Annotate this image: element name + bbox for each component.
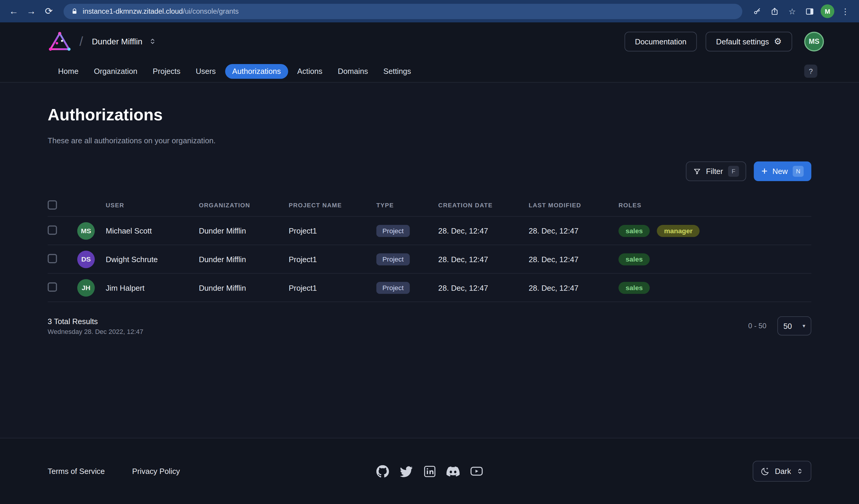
browser-avatar-letter: M bbox=[825, 7, 830, 15]
gear-icon: ⚙ bbox=[774, 36, 782, 46]
role-badge: sales bbox=[619, 282, 650, 294]
browser-menu-button[interactable]: ⋮ bbox=[837, 3, 853, 19]
main-content: Authorizations These are all authorizati… bbox=[0, 82, 859, 438]
page-size-select[interactable]: 50 ▾ bbox=[777, 316, 811, 335]
zitadel-logo[interactable] bbox=[48, 31, 72, 52]
theme-label: Dark bbox=[775, 467, 791, 475]
tab-organization[interactable]: Organization bbox=[88, 64, 144, 79]
column-type: TYPE bbox=[376, 202, 438, 208]
filter-shortcut-badge: F bbox=[728, 166, 739, 177]
table-row[interactable]: JH Jim Halpert Dunder Mifflin Project1 P… bbox=[48, 273, 811, 302]
side-panel-icon bbox=[805, 7, 814, 15]
back-arrow-icon: ← bbox=[9, 6, 18, 17]
row-checkbox[interactable] bbox=[48, 282, 57, 291]
discord-link[interactable] bbox=[447, 465, 459, 478]
url-text: instance1-dkmnzw.zitadel.cloud/ui/consol… bbox=[82, 7, 239, 15]
discord-icon bbox=[447, 464, 459, 478]
bookmark-button[interactable]: ☆ bbox=[784, 3, 800, 19]
page-title: Authorizations bbox=[48, 106, 811, 124]
url-domain: instance1-dkmnzw.zitadel.cloud bbox=[82, 7, 183, 15]
type-badge: Project bbox=[376, 282, 410, 294]
twitter-link[interactable] bbox=[400, 465, 412, 478]
browser-profile-avatar[interactable]: M bbox=[820, 4, 834, 18]
filter-funnel-icon bbox=[693, 167, 701, 175]
role-badge: sales bbox=[619, 225, 650, 237]
bookmark-star-icon: ☆ bbox=[788, 6, 796, 16]
plus-icon: + bbox=[762, 166, 767, 176]
results-timestamp: Wednesday 28. Dec 2022, 12:47 bbox=[48, 328, 144, 335]
filter-button[interactable]: Filter F bbox=[686, 161, 746, 181]
terms-link[interactable]: Terms of Service bbox=[48, 467, 105, 475]
default-settings-button[interactable]: Default settings ⚙ bbox=[706, 32, 792, 51]
row-checkbox[interactable] bbox=[48, 225, 57, 234]
user-avatar[interactable]: MS bbox=[804, 32, 824, 51]
tab-users[interactable]: Users bbox=[190, 64, 222, 79]
unfold-more-icon bbox=[796, 467, 804, 475]
org-separator: / bbox=[79, 34, 83, 49]
results-summary: 3 Total Results Wednesday 28. Dec 2022, … bbox=[48, 317, 144, 335]
new-shortcut-badge: N bbox=[793, 166, 804, 177]
nav-tabs: Home Organization Projects Users Authori… bbox=[0, 60, 859, 82]
cell-created: 28. Dec, 12:47 bbox=[438, 283, 528, 292]
github-link[interactable] bbox=[376, 465, 389, 478]
table-header-row: USER ORGANIZATION PROJECT NAME TYPE CREA… bbox=[48, 194, 811, 216]
user-name: Jim Halpert bbox=[106, 283, 145, 292]
share-button[interactable] bbox=[767, 3, 783, 19]
page-size-value: 50 bbox=[783, 321, 792, 330]
cell-project: Project1 bbox=[289, 255, 376, 263]
chevron-down-icon: ▾ bbox=[803, 323, 805, 329]
forward-arrow-icon: → bbox=[27, 6, 36, 17]
new-label: New bbox=[772, 167, 788, 175]
header-top: / Dunder Mifflin Documentation Default s… bbox=[0, 22, 859, 60]
app-header: / Dunder Mifflin Documentation Default s… bbox=[0, 22, 859, 82]
github-icon bbox=[376, 465, 389, 477]
privacy-link[interactable]: Privacy Policy bbox=[132, 467, 180, 475]
youtube-icon bbox=[470, 465, 483, 478]
row-checkbox[interactable] bbox=[48, 254, 57, 263]
cell-project: Project1 bbox=[289, 283, 376, 292]
tab-settings[interactable]: Settings bbox=[377, 64, 417, 79]
pagination: 0 - 50 50 ▾ bbox=[748, 316, 811, 335]
org-name: Dunder Mifflin bbox=[92, 37, 142, 46]
tab-authorizations[interactable]: Authorizations bbox=[225, 64, 288, 79]
share-icon bbox=[770, 7, 779, 15]
browser-reload-button[interactable]: ⟳ bbox=[41, 3, 57, 19]
linkedin-link[interactable] bbox=[423, 465, 436, 478]
cell-modified: 28. Dec, 12:47 bbox=[528, 226, 618, 235]
new-button[interactable]: + New N bbox=[754, 161, 811, 181]
table-row[interactable]: DS Dwight Schrute Dunder Mifflin Project… bbox=[48, 245, 811, 273]
cell-project: Project1 bbox=[289, 226, 376, 235]
address-bar[interactable]: instance1-dkmnzw.zitadel.cloud/ui/consol… bbox=[63, 3, 742, 19]
side-panel-button[interactable] bbox=[801, 3, 818, 19]
theme-toggle[interactable]: Dark bbox=[753, 461, 811, 482]
browser-back-button[interactable]: ← bbox=[5, 3, 22, 19]
browser-forward-button[interactable]: → bbox=[23, 3, 40, 19]
select-all-checkbox[interactable] bbox=[48, 200, 57, 209]
cell-created: 28. Dec, 12:47 bbox=[438, 226, 528, 235]
moon-icon bbox=[760, 467, 770, 476]
zitadel-logo-icon bbox=[48, 31, 72, 52]
org-switcher[interactable]: Dunder Mifflin bbox=[92, 37, 156, 46]
role-badge: manager bbox=[657, 225, 700, 237]
page-footer: Terms of Service Privacy Policy Dark bbox=[0, 438, 859, 504]
tab-home[interactable]: Home bbox=[52, 64, 85, 79]
help-button[interactable]: ? bbox=[804, 65, 817, 78]
user-avatar-initials: MS bbox=[809, 37, 819, 46]
table-row[interactable]: MS Michael Scott Dunder Mifflin Project1… bbox=[48, 216, 811, 245]
youtube-link[interactable] bbox=[470, 465, 483, 478]
cell-modified: 28. Dec, 12:47 bbox=[528, 255, 618, 263]
actions-bar: Filter F + New N bbox=[48, 161, 811, 181]
tab-domains[interactable]: Domains bbox=[332, 64, 374, 79]
column-user: USER bbox=[77, 202, 199, 208]
tab-projects[interactable]: Projects bbox=[147, 64, 186, 79]
password-key-button[interactable] bbox=[749, 3, 765, 19]
linkedin-icon bbox=[423, 465, 436, 477]
more-vertical-icon: ⋮ bbox=[841, 6, 849, 16]
unfold-more-icon bbox=[149, 37, 157, 46]
total-results: 3 Total Results bbox=[48, 317, 144, 325]
documentation-button[interactable]: Documentation bbox=[624, 32, 697, 51]
default-settings-label: Default settings bbox=[716, 37, 769, 46]
screen: ← → ⟳ instance1-dkmnzw.zitadel.cloud/ui/… bbox=[0, 0, 859, 504]
column-organization: ORGANIZATION bbox=[199, 202, 289, 208]
tab-actions[interactable]: Actions bbox=[291, 64, 328, 79]
